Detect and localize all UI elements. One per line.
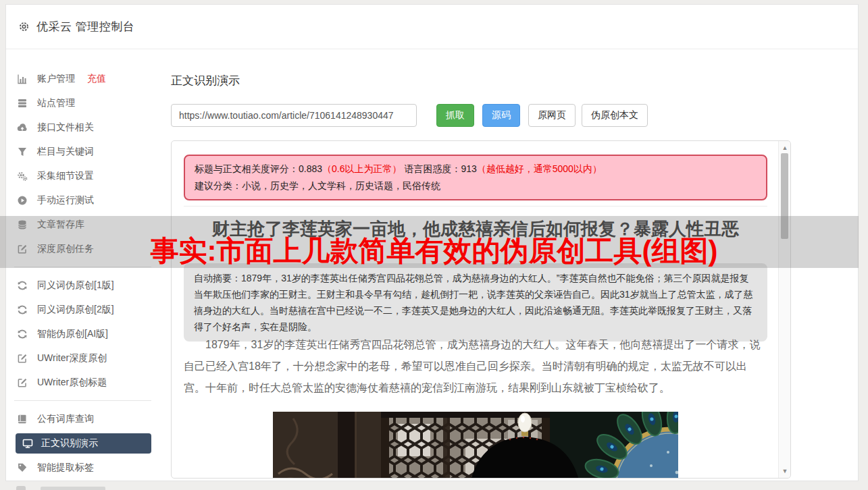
- sidebar-item-label: 栏目与关键词: [37, 146, 94, 158]
- sidebar-item-label: 智能提取标签: [37, 462, 94, 474]
- sidebar-item[interactable]: 同义词伪原创[2版]: [6, 298, 163, 322]
- monitor-icon: [22, 438, 33, 449]
- sidebar-item[interactable]: 深度原创任务: [6, 237, 163, 261]
- analysis-alert: 标题与正文相关度评分：0.883（0.6以上为正常） 语言困惑度：913（越低越…: [184, 155, 767, 200]
- recharge-badge[interactable]: 充值: [87, 73, 106, 85]
- refresh-icon: [17, 280, 28, 291]
- sidebar: 账户管理充值站点管理接口文件相关栏目与关键词采集细节设置手动运行测试文章暂存库深…: [6, 67, 163, 480]
- tag-icon: [17, 462, 28, 473]
- bar-chart-icon: [17, 74, 28, 84]
- sidebar-item-label: 手动运行测试: [37, 194, 94, 207]
- sidebar-item[interactable]: 公有词库查询: [6, 407, 163, 431]
- analysis-line-1: 标题与正文相关度评分：0.883（0.6以上为正常） 语言困惑度：913（越低越…: [195, 161, 757, 178]
- pseudo-original-button[interactable]: 伪原创本文: [582, 104, 648, 127]
- result-panel[interactable]: 标题与正文相关度评分：0.883（0.6以上为正常） 语言困惑度：913（越低越…: [171, 140, 791, 479]
- scroll-up-icon[interactable]: ▲: [779, 143, 791, 153]
- edit-icon: [17, 244, 28, 254]
- sidebar-item-label: 文章暂存库: [37, 219, 84, 231]
- sidebar-item-label: 同义词伪原创[1版]: [37, 279, 114, 292]
- sidebar-partial-icon: [16, 486, 26, 490]
- article-photo: [273, 412, 678, 479]
- gears-icon: [17, 171, 28, 182]
- sidebar-item-label: UWriter原创标题: [37, 377, 107, 389]
- article-title: 财主抢了李莲英家一亩地，他成慈禧亲信后如何报复？暴露人性丑恶: [172, 217, 780, 241]
- analysis-line-2: 建议分类：小说，历史学，人文学科，历史话题，民俗传统: [195, 178, 757, 194]
- scrollbar-thumb[interactable]: [781, 153, 788, 239]
- sidebar-item-label: 同义词伪原创[2版]: [37, 304, 114, 316]
- source-button[interactable]: 源码: [482, 104, 520, 127]
- cloud-upload-icon: [17, 122, 28, 133]
- sidebar-divider: [14, 400, 151, 401]
- gear-icon: [18, 21, 30, 32]
- sidebar-divider: [14, 267, 151, 267]
- play-icon: [17, 195, 28, 206]
- edit-icon: [17, 353, 28, 364]
- scroll-down-icon[interactable]: ▼: [779, 466, 791, 476]
- sidebar-item-label: 深度原创任务: [37, 243, 94, 255]
- book-icon: [17, 414, 28, 425]
- sidebar-item[interactable]: UWriter原创标题: [6, 371, 163, 395]
- sidebar-partial-label: [41, 487, 105, 490]
- sidebar-item[interactable]: 文章暂存库: [6, 213, 163, 237]
- divider: [184, 206, 767, 207]
- url-input[interactable]: [171, 104, 417, 127]
- original-page-button[interactable]: 原网页: [528, 104, 576, 127]
- sidebar-item-label: 智能伪原创[AI版]: [37, 328, 108, 340]
- refresh-icon: [17, 329, 28, 339]
- sidebar-item[interactable]: 栏目与关键词: [6, 140, 163, 164]
- app-window: 优采云 管理控制台 账户管理充值站点管理接口文件相关栏目与关键词采集细节设置手动…: [5, 4, 859, 481]
- panel-scrollbar[interactable]: ▲ ▼: [778, 141, 790, 478]
- sidebar-item-label: 采集细节设置: [37, 170, 94, 182]
- edit-icon: [17, 377, 28, 388]
- sidebar-item[interactable]: 正文识别演示: [6, 431, 163, 456]
- sidebar-item[interactable]: 采集细节设置: [6, 164, 163, 188]
- sidebar-item-label: 账户管理: [37, 73, 75, 85]
- sidebar-item[interactable]: 智能提取标签: [6, 456, 163, 480]
- sidebar-item-label: UWriter深度原创: [37, 352, 107, 364]
- page-title: 正文识别演示: [171, 73, 240, 88]
- sidebar-item-label: 公有词库查询: [37, 413, 94, 425]
- filter-icon: [17, 146, 28, 157]
- sidebar-item-label: 正文识别演示: [41, 437, 98, 450]
- database-icon: [17, 219, 28, 230]
- article-paragraph: 1879年，31岁的李莲英出任储秀宫四品花翎总管，成为慈禧身边的大红人。这年春天…: [184, 334, 767, 399]
- sidebar-item-label: 接口文件相关: [37, 121, 94, 134]
- sidebar-item-partial[interactable]: [15, 483, 150, 490]
- sidebar-item[interactable]: 手动运行测试: [6, 188, 163, 213]
- grab-button[interactable]: 抓取: [436, 104, 474, 127]
- sidebar-item[interactable]: 账户管理充值: [6, 67, 163, 91]
- auto-summary: 自动摘要：1879年，31岁的李莲英出任储秀宫四品花翎总管，成为慈禧身边的大红人…: [184, 263, 767, 342]
- server-icon: [17, 98, 28, 109]
- app-header: 优采云 管理控制台: [6, 5, 858, 49]
- refresh-icon: [17, 304, 28, 315]
- sidebar-item[interactable]: 智能伪原创[AI版]: [6, 322, 163, 346]
- app-title: 优采云 管理控制台: [36, 19, 134, 34]
- sidebar-item[interactable]: 站点管理: [6, 91, 163, 115]
- sidebar-item-label: 站点管理: [37, 97, 75, 109]
- sidebar-item[interactable]: 接口文件相关: [6, 115, 163, 140]
- sidebar-item[interactable]: 同义词伪原创[1版]: [6, 273, 163, 298]
- sidebar-item[interactable]: UWriter深度原创: [6, 346, 163, 371]
